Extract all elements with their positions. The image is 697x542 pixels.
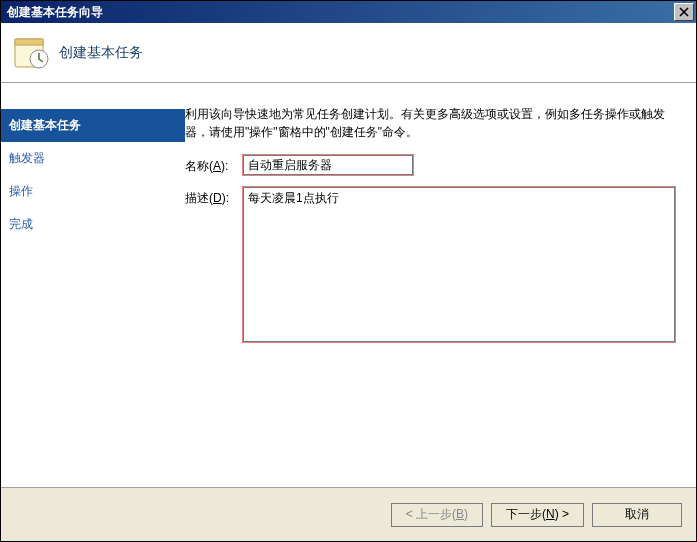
- description-label: 描述(D):: [185, 187, 243, 207]
- sidebar-item-trigger[interactable]: 触发器: [1, 142, 185, 175]
- name-label: 名称(A):: [185, 155, 243, 175]
- description-input[interactable]: [243, 187, 675, 342]
- name-row: 名称(A):: [185, 155, 678, 175]
- next-button[interactable]: 下一步(N) >: [491, 503, 584, 527]
- wizard-header: 创建基本任务: [1, 23, 696, 83]
- close-icon: [679, 7, 689, 17]
- page-title: 创建基本任务: [59, 44, 143, 62]
- sidebar-item-action[interactable]: 操作: [1, 175, 185, 208]
- svg-rect-1: [15, 39, 43, 45]
- name-input[interactable]: [243, 155, 413, 175]
- description-row: 描述(D):: [185, 187, 678, 342]
- sidebar-item-create-basic-task[interactable]: 创建基本任务: [1, 109, 185, 142]
- wizard-sidebar: 创建基本任务 触发器 操作 完成: [1, 83, 185, 487]
- wizard-description: 利用该向导快速地为常见任务创建计划。有关更多高级选项或设置，例如多任务操作或触发…: [185, 105, 678, 141]
- window-title: 创建基本任务向导: [7, 4, 103, 21]
- task-wizard-icon: [13, 35, 49, 71]
- titlebar: 创建基本任务向导: [1, 1, 696, 23]
- close-button[interactable]: [674, 3, 694, 21]
- wizard-main: 利用该向导快速地为常见任务创建计划。有关更多高级选项或设置，例如多任务操作或触发…: [185, 83, 696, 487]
- wizard-footer: < 上一步(B) 下一步(N) > 取消: [1, 487, 696, 541]
- sidebar-item-finish[interactable]: 完成: [1, 208, 185, 241]
- cancel-button[interactable]: 取消: [592, 503, 682, 527]
- wizard-window: 创建基本任务向导 创建基本任务 创建基本任务 触发器 操作 完成 利用该向导快速…: [0, 0, 697, 542]
- wizard-body: 创建基本任务 触发器 操作 完成 利用该向导快速地为常见任务创建计划。有关更多高…: [1, 83, 696, 487]
- back-button: < 上一步(B): [391, 503, 483, 527]
